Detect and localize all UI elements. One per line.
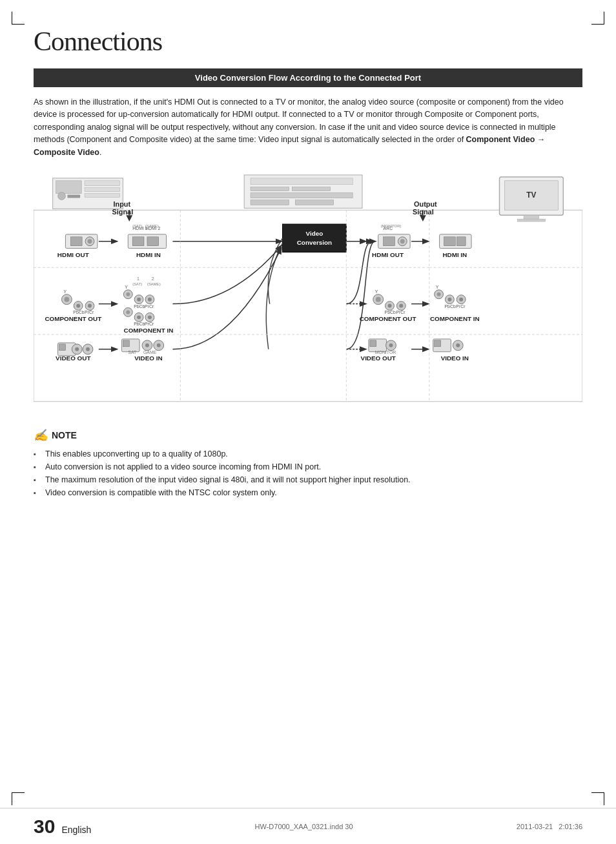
note-item-2: Auto conversion is not applied to a vide… <box>34 460 582 473</box>
svg-text:PbCb: PbCb <box>73 310 84 314</box>
svg-point-6 <box>58 192 66 200</box>
svg-text:(SAME): (SAME) <box>145 224 159 228</box>
note-title-block: ✍ NOTE <box>34 428 582 442</box>
svg-text:TV: TV <box>526 190 536 199</box>
svg-rect-57 <box>132 237 144 246</box>
page-number: 30 <box>34 816 55 838</box>
svg-text:COMPONENT OUT: COMPONENT OUT <box>360 315 416 322</box>
diagram-svg: TV Input Signal Output Signal Video Conv… <box>34 172 582 408</box>
svg-point-51 <box>75 347 79 351</box>
svg-text:Signal: Signal <box>112 208 134 216</box>
svg-text:VIDEO IN: VIDEO IN <box>441 354 469 361</box>
svg-point-41 <box>76 304 80 307</box>
svg-rect-87 <box>123 340 129 347</box>
svg-text:Signal: Signal <box>413 208 434 216</box>
svg-rect-5 <box>85 193 119 197</box>
note-list: This enables upconverting up to a qualit… <box>34 448 582 499</box>
svg-rect-19 <box>517 219 545 221</box>
svg-rect-3 <box>85 181 119 186</box>
svg-rect-2 <box>56 181 82 194</box>
note-title-text: NOTE <box>52 430 77 440</box>
svg-point-102 <box>400 239 405 243</box>
svg-text:Y: Y <box>63 289 67 294</box>
svg-point-69 <box>126 293 130 296</box>
svg-rect-18 <box>524 215 539 219</box>
footer-filename: HW-D7000_XAA_0321.indd 30 <box>255 823 353 830</box>
svg-text:COMPONENT IN: COMPONENT IN <box>430 315 480 322</box>
svg-text:PbCb: PbCb <box>134 304 145 308</box>
svg-text:HDMI IN: HDMI IN <box>442 251 467 258</box>
svg-text:HDMI OUT: HDMI OUT <box>372 251 404 258</box>
page-title: Connections <box>34 26 582 57</box>
svg-point-83 <box>148 315 152 319</box>
svg-rect-13 <box>251 200 289 205</box>
svg-text:PbCb: PbCb <box>445 304 456 308</box>
svg-rect-126 <box>444 237 456 246</box>
svg-text:Video: Video <box>306 230 323 237</box>
svg-point-53 <box>86 347 90 351</box>
svg-text:PbCb: PbCb <box>134 322 145 326</box>
svg-text:HDMI IN: HDMI IN <box>136 251 161 258</box>
svg-point-91 <box>157 344 161 347</box>
corner-mark-tl <box>12 12 25 25</box>
svg-text:VIDEO OUT: VIDEO OUT <box>361 354 396 361</box>
corner-mark-br <box>591 792 604 805</box>
svg-point-133 <box>447 298 451 302</box>
svg-text:COMPONENT OUT: COMPONENT OUT <box>45 315 101 322</box>
svg-text:Y: Y <box>436 285 439 289</box>
svg-text:PrCr: PrCr <box>145 304 154 308</box>
svg-point-72 <box>137 298 141 302</box>
svg-text:Y: Y <box>125 285 128 289</box>
svg-rect-49 <box>59 344 66 351</box>
svg-rect-119 <box>370 340 376 347</box>
note-item-3: The maximum resolution of the input vide… <box>34 473 582 486</box>
svg-point-78 <box>126 310 130 314</box>
svg-point-122 <box>389 344 393 347</box>
svg-point-108 <box>376 297 381 302</box>
svg-text:Input: Input <box>114 200 131 208</box>
svg-text:PrCr: PrCr <box>396 310 406 314</box>
note-section: ✍ NOTE This enables upconverting up to a… <box>34 428 582 499</box>
svg-rect-100 <box>384 237 395 246</box>
svg-point-136 <box>459 298 463 302</box>
svg-rect-4 <box>85 188 119 192</box>
note-item-1: This enables upconverting up to a qualit… <box>34 448 582 460</box>
svg-text:VIDEO OUT: VIDEO OUT <box>56 354 90 361</box>
footer-date: 2011-03-21 2:01:36 <box>517 823 582 830</box>
svg-point-130 <box>437 293 441 296</box>
note-icon: ✍ <box>34 428 48 442</box>
svg-marker-24 <box>420 215 426 221</box>
svg-point-34 <box>88 239 92 243</box>
svg-rect-140 <box>435 340 441 347</box>
svg-rect-32 <box>70 237 82 246</box>
svg-point-75 <box>148 298 152 302</box>
svg-point-89 <box>145 344 149 347</box>
corner-mark-bl <box>12 792 25 805</box>
body-text: As shown in the illustration, if the uni… <box>34 96 582 159</box>
svg-text:(SAT): (SAT) <box>132 224 142 228</box>
svg-rect-10 <box>251 187 289 191</box>
svg-text:2: 2 <box>152 276 154 281</box>
svg-marker-20 <box>126 215 132 221</box>
svg-text:Conversion: Conversion <box>297 239 332 246</box>
svg-text:1: 1 <box>137 276 139 281</box>
svg-point-114 <box>399 304 403 307</box>
svg-rect-11 <box>292 187 330 191</box>
svg-point-142 <box>456 344 460 347</box>
svg-text:Y: Y <box>375 289 378 294</box>
diagram-container: TV Input Signal Output Signal Video Conv… <box>34 172 582 410</box>
svg-point-44 <box>88 304 92 307</box>
svg-point-111 <box>388 304 392 307</box>
svg-point-80 <box>137 315 141 319</box>
note-item-4: Video conversion is compatible with the … <box>34 486 582 499</box>
svg-text:PbCb: PbCb <box>385 310 396 314</box>
svg-text:PrCr: PrCr <box>85 310 94 314</box>
svg-text:PrCr: PrCr <box>456 304 466 308</box>
svg-rect-7 <box>67 194 80 198</box>
svg-text:(SAT): (SAT) <box>132 282 142 286</box>
page-footer: 30 English HW-D7000_XAA_0321.indd 30 201… <box>0 808 616 844</box>
svg-rect-12 <box>251 192 353 198</box>
svg-text:COMPONENT IN: COMPONENT IN <box>124 327 174 334</box>
svg-point-38 <box>64 297 69 302</box>
svg-rect-9 <box>251 178 353 185</box>
